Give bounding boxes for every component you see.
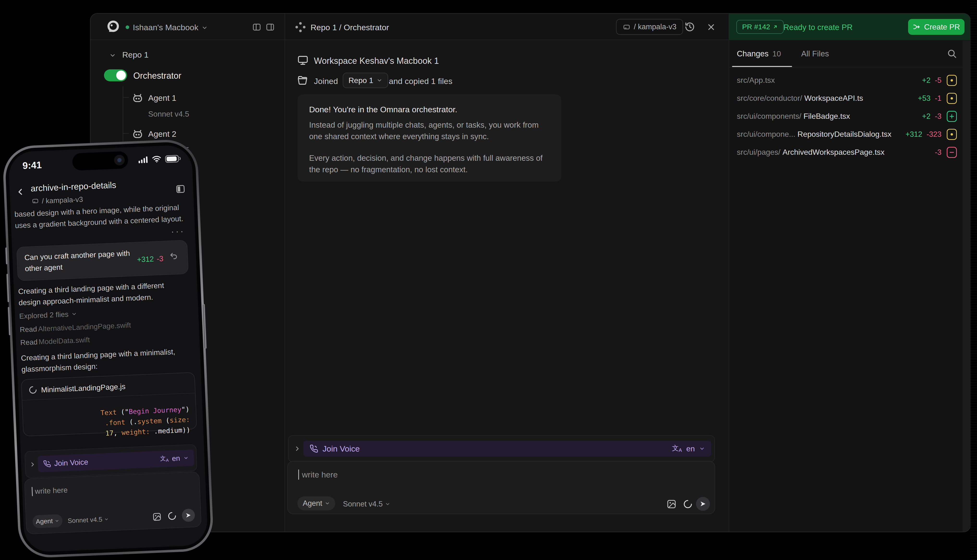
agent-select-value: Agent xyxy=(303,499,322,508)
layout-split-right-icon[interactable] xyxy=(265,22,275,32)
read-row: Read ModelData.swift xyxy=(20,336,90,347)
translate-icon: 文A xyxy=(160,455,169,462)
code-filename: MinimalistLandingPage.js xyxy=(41,382,125,395)
diff-deleted: -5 xyxy=(935,76,942,85)
search-icon[interactable] xyxy=(947,48,957,59)
device-chevron-down-icon[interactable] xyxy=(201,25,208,31)
sidebar-item-orchestrator[interactable]: Orchestrator xyxy=(133,71,181,81)
screenshot-stage: Ishaan's Macbook Repo 1 Orchestrator xyxy=(0,0,977,560)
main-header: Repo 1 / Orchestrator / kampala-v3 xyxy=(285,14,729,40)
tab-all-files[interactable]: All Files xyxy=(801,49,829,58)
diff-added: +2 xyxy=(922,76,930,85)
image-attach-icon[interactable] xyxy=(666,499,677,509)
sidebar-item-repo[interactable]: Repo 1 xyxy=(122,50,149,60)
send-button[interactable] xyxy=(696,497,710,511)
scrollbar-gutter[interactable] xyxy=(963,40,971,532)
repo-select-chip[interactable]: Repo 1 xyxy=(343,73,388,88)
layout-split-left-icon[interactable] xyxy=(252,22,261,32)
tab-changes[interactable]: Changes 10 xyxy=(737,49,781,58)
pr-status-bar: PR #142 Ready to create PR Create PR xyxy=(729,14,971,40)
composer[interactable]: write here Agent Sonnet v4.5 xyxy=(287,461,715,514)
user-message-card[interactable]: Can you craft another page with other ag… xyxy=(16,240,189,281)
changes-count: 10 xyxy=(772,50,781,58)
composer-input[interactable]: write here xyxy=(302,470,338,479)
history-icon[interactable] xyxy=(684,22,695,32)
file-name: ArchivedWorkspacesPage.tsx xyxy=(783,148,884,157)
agent-select[interactable]: Agent xyxy=(32,514,63,528)
send-button[interactable] xyxy=(182,509,195,522)
image-attach-icon[interactable] xyxy=(152,512,162,522)
monitor-icon xyxy=(297,55,309,66)
diff-deleted: -3 xyxy=(935,112,942,121)
model-select[interactable]: Sonnet v4.5 xyxy=(343,500,390,508)
main-area: Repo 1 / Orchestrator / kampala-v3 Works… xyxy=(285,14,729,532)
join-voice-label: Join Voice xyxy=(54,458,89,468)
pr-number: PR #142 xyxy=(742,23,770,31)
file-path: src/ui/pages/ xyxy=(737,148,783,157)
file-row[interactable]: src/core/conductor/ WorkspaceAPI.ts +53 … xyxy=(729,89,963,107)
file-path: src/ui/compone... xyxy=(737,130,798,139)
back-icon[interactable] xyxy=(16,187,25,197)
more-menu-icon[interactable]: ··· xyxy=(171,225,185,237)
assistant-text: Creating a third landing page with a min… xyxy=(21,347,176,363)
pr-tabs: Changes 10 All Files xyxy=(729,40,971,67)
language-select[interactable]: en xyxy=(686,444,695,453)
sidebar-item-agent2[interactable]: Agent 2 xyxy=(148,129,176,139)
branch-chip[interactable]: / kampala-v3 xyxy=(616,19,683,35)
model-select[interactable]: Sonnet v4.5 xyxy=(67,516,109,525)
page-title: Repo 1 / Orchestrator xyxy=(311,23,389,32)
assistant-text: glassmorphism design: xyxy=(22,362,98,374)
status-time: 9:41 xyxy=(22,160,42,171)
undo-icon[interactable] xyxy=(169,251,179,261)
diff-added: +312 xyxy=(137,255,154,264)
diff-added: +2 xyxy=(922,112,930,121)
diff-deleted: -1 xyxy=(935,94,942,103)
explored-toggle[interactable]: Explored 2 flies xyxy=(19,310,77,320)
repo-chevron-down-icon[interactable] xyxy=(109,52,116,59)
read-file: ModelData.swift xyxy=(38,336,90,346)
battery-icon xyxy=(165,155,181,163)
voice-call-icon xyxy=(309,444,318,453)
workspace-title: Workspace Keshav's Macbook 1 xyxy=(314,56,439,66)
orchestrator-toggle[interactable] xyxy=(104,69,127,81)
file-row[interactable]: src/ui/compone... RepositoryDetailsDialo… xyxy=(729,125,963,143)
close-icon[interactable] xyxy=(706,22,716,32)
sidebar-item-agent1[interactable]: Agent 1 xyxy=(148,93,176,103)
join-voice-bar[interactable]: Join Voice 文A en xyxy=(303,441,711,457)
device-name: Ishaan's Macbook xyxy=(133,23,198,32)
orchestrator-icon xyxy=(294,21,307,33)
phone-screen: 9:41 archive-in-repo-details xyxy=(8,145,208,553)
file-path: src/App.tsx xyxy=(737,76,775,85)
joined-label: Joined xyxy=(314,77,338,86)
sidebar-header: Ishaan's Macbook xyxy=(90,14,284,40)
code-card: MinimalistLandingPage.js Text ("Begin Jo… xyxy=(21,372,197,437)
file-row[interactable]: src/App.tsx +2 -5 xyxy=(729,71,963,89)
message-line: Instead of juggling multiple chats, agen… xyxy=(309,120,550,130)
panel-toggle-icon[interactable] xyxy=(175,183,186,195)
branch-icon xyxy=(32,197,39,205)
omnara-logo-icon xyxy=(105,20,120,34)
composer-input[interactable]: write here xyxy=(35,486,68,496)
pr-number-badge[interactable]: PR #142 xyxy=(736,20,784,34)
join-voice-bar[interactable]: Join Voice 文A en xyxy=(37,449,194,472)
user-message-line: other agent xyxy=(25,263,63,273)
diff-added: +53 xyxy=(918,94,931,103)
chevron-right-icon[interactable] xyxy=(29,461,36,468)
model-select-value: Sonnet v4.5 xyxy=(67,516,102,525)
joined-suffix: and copied 1 files xyxy=(389,77,452,86)
chevron-right-icon[interactable] xyxy=(294,445,301,452)
message-line: the repo — no fragmentation, no lost con… xyxy=(309,165,550,174)
branch-icon xyxy=(623,23,631,31)
composer[interactable]: write here Agent Sonnet v4.5 xyxy=(24,472,201,534)
language-select[interactable]: en xyxy=(172,454,180,463)
agent-select[interactable]: Agent xyxy=(297,497,335,510)
file-path: src/ui/components/ xyxy=(737,112,803,121)
file-row[interactable]: src/ui/pages/ ArchivedWorkspacesPage.tsx… xyxy=(729,143,963,161)
pr-status-text: Ready to create PR xyxy=(783,23,853,32)
create-pr-button[interactable]: Create PR xyxy=(908,19,965,35)
diff-deleted: -3 xyxy=(157,254,164,263)
file-row[interactable]: src/ui/components/ FileBadge.tsx +2 -3 xyxy=(729,107,963,125)
user-message-line: Can you craft another page with xyxy=(24,249,130,262)
file-list: src/App.tsx +2 -5 src/core/conductor/ Wo… xyxy=(729,71,963,161)
robot-icon xyxy=(131,127,144,140)
